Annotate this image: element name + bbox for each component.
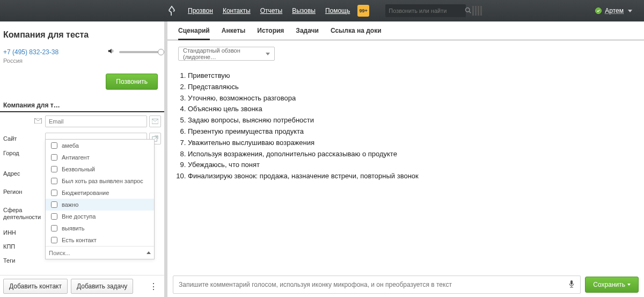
- script-step: Уважительно выслушиваю возражения: [188, 137, 633, 149]
- tag-option-label: Был хоть раз выявлен запрос: [62, 178, 143, 184]
- nav-calls[interactable]: Вызовы: [292, 7, 316, 15]
- tab-tasks[interactable]: Задачи: [296, 27, 319, 40]
- tag-option[interactable]: Был хоть раз выявлен запрос: [46, 175, 154, 187]
- tags-search-input[interactable]: [49, 250, 147, 256]
- tag-option[interactable]: Вне доступа: [46, 211, 154, 222]
- phone-number[interactable]: +7 (495) 832-23-38: [3, 48, 58, 56]
- nav-contacts[interactable]: Контакты: [223, 7, 251, 15]
- add-task-button[interactable]: Добавить задачу: [71, 279, 133, 294]
- tag-checkbox[interactable]: [51, 201, 57, 208]
- tag-option-label: выявить: [62, 225, 84, 231]
- notification-badge[interactable]: 99+: [357, 5, 369, 17]
- right-panel: Сценарий Анкеты История Задачи Ссылка на…: [167, 21, 644, 297]
- status-online-icon: [595, 8, 602, 14]
- volume-icon[interactable]: [107, 47, 115, 56]
- inn-label: ИНН: [3, 229, 45, 236]
- nav-help[interactable]: Помощь: [325, 7, 350, 15]
- tag-checkbox[interactable]: [51, 213, 57, 220]
- comment-input[interactable]: [179, 281, 565, 288]
- tag-option-label: Антиагент: [62, 154, 90, 161]
- right-tabs: Сценарий Анкеты История Задачи Ссылка на…: [167, 21, 644, 40]
- microphone-icon[interactable]: [568, 280, 575, 290]
- tab-scenario[interactable]: Сценарий: [178, 27, 210, 40]
- save-button-label: Сохранить: [593, 281, 625, 288]
- tab-company[interactable]: Компания для т…: [3, 99, 62, 111]
- script-step: Представляюсь: [188, 82, 633, 93]
- tag-option[interactable]: важно: [46, 199, 154, 211]
- tag-checkbox[interactable]: [51, 225, 57, 231]
- tag-option-label: Безвольный: [62, 166, 95, 172]
- tab-docs-link[interactable]: Ссылка на доки: [331, 27, 382, 40]
- tag-option[interactable]: Антиагент: [46, 151, 154, 163]
- tab-history[interactable]: История: [257, 27, 284, 40]
- chevron-up-icon[interactable]: [147, 251, 151, 254]
- volume-slider[interactable]: [119, 51, 161, 53]
- script-step: Убеждаюсь, что понят: [188, 160, 633, 171]
- tag-option[interactable]: выявить: [46, 222, 154, 234]
- svg-point-0: [466, 8, 470, 12]
- city-label: Город: [3, 150, 45, 156]
- search-input[interactable]: [389, 8, 463, 14]
- tag-option-label: Есть контакт: [62, 237, 97, 243]
- tag-checkbox[interactable]: [51, 237, 57, 243]
- tag-option-label: Бюджетирование: [62, 190, 109, 196]
- email-field[interactable]: [45, 115, 147, 127]
- dialpad-icon[interactable]: [472, 6, 482, 16]
- nav-prozvon[interactable]: Прозвон: [188, 7, 213, 15]
- kpp-label: КПП: [3, 243, 45, 250]
- svg-line-1: [470, 11, 471, 13]
- script-step: Презентую преимущества продукта: [188, 126, 633, 137]
- svg-rect-5: [570, 280, 573, 285]
- tags-dropdown-list[interactable]: амеба Антиагент Безвольный Был хоть раз …: [46, 140, 154, 246]
- right-footer: Сохранить: [167, 272, 644, 297]
- left-footer: Добавить контакт Добавить задачу ⋮: [0, 275, 164, 297]
- sphere-label: Сфера деятельности: [3, 207, 45, 221]
- tag-checkbox[interactable]: [51, 154, 57, 161]
- chevron-down-icon: [266, 53, 270, 55]
- script-body: Приветствую Представляюсь Уточняю, возмо…: [167, 61, 644, 187]
- comment-box[interactable]: [173, 276, 581, 294]
- scenario-select[interactable]: Стандартный обзвон (лидогене…: [178, 47, 275, 61]
- tag-option[interactable]: Есть контакт: [46, 234, 154, 246]
- user-name-label[interactable]: Артем: [605, 7, 624, 15]
- search-box[interactable]: [385, 4, 466, 17]
- company-title: Компания для теста: [3, 30, 158, 40]
- tag-checkbox[interactable]: [51, 178, 57, 184]
- call-button[interactable]: Позвонить: [106, 74, 158, 90]
- tag-option[interactable]: амеба: [46, 140, 154, 151]
- tags-dropdown[interactable]: амеба Антиагент Безвольный Был хоть раз …: [45, 139, 155, 259]
- app-logo[interactable]: [161, 0, 182, 21]
- tag-option[interactable]: Безвольный: [46, 163, 154, 175]
- more-actions-icon[interactable]: ⋮: [146, 281, 161, 292]
- chevron-down-icon: [628, 10, 632, 12]
- chevron-down-icon: [627, 284, 631, 286]
- email-send-icon[interactable]: [149, 115, 161, 127]
- add-contact-button[interactable]: Добавить контакт: [3, 279, 68, 294]
- email-prefix-icon: [3, 118, 45, 125]
- site-label: Сайт: [3, 135, 45, 142]
- main-area: Компания для теста +7 (495) 832-23-38 Ро…: [0, 21, 644, 297]
- left-tab-strip: Компания для т…: [0, 99, 164, 112]
- tag-option[interactable]: Бюджетирование: [46, 187, 154, 199]
- nav-reports[interactable]: Отчеты: [260, 7, 282, 15]
- tag-checkbox[interactable]: [51, 190, 57, 196]
- search-icon[interactable]: [465, 7, 471, 15]
- script-step: Уточняю, возможность разговора: [188, 93, 633, 104]
- tags-search[interactable]: [46, 246, 154, 259]
- user-menu[interactable]: Артем: [595, 7, 632, 15]
- save-button[interactable]: Сохранить: [585, 277, 639, 293]
- tag-option-label: амеба: [62, 142, 79, 149]
- script-step: Используя возражения, дополнительно расс…: [188, 149, 633, 160]
- tab-surveys[interactable]: Анкеты: [222, 27, 246, 40]
- script-step: Финализирую звонок: продажа, назначение …: [188, 171, 633, 182]
- script-step: Приветствую: [188, 70, 633, 82]
- script-steps: Приветствую Представляюсь Уточняю, возмо…: [178, 70, 633, 182]
- script-step: Задаю вопросы, выясняю потребности: [188, 115, 633, 126]
- tag-option-label: Вне доступа: [62, 213, 96, 220]
- tag-checkbox[interactable]: [51, 142, 57, 149]
- nav-links: Прозвон Контакты Отчеты Вызовы Помощь: [188, 7, 350, 15]
- tag-checkbox[interactable]: [51, 166, 57, 172]
- tags-label: Теги: [3, 257, 45, 264]
- address-label: Адрес: [3, 170, 45, 177]
- form-area: Сайт Город Адрес Регион Сфера деятельнос…: [0, 112, 164, 275]
